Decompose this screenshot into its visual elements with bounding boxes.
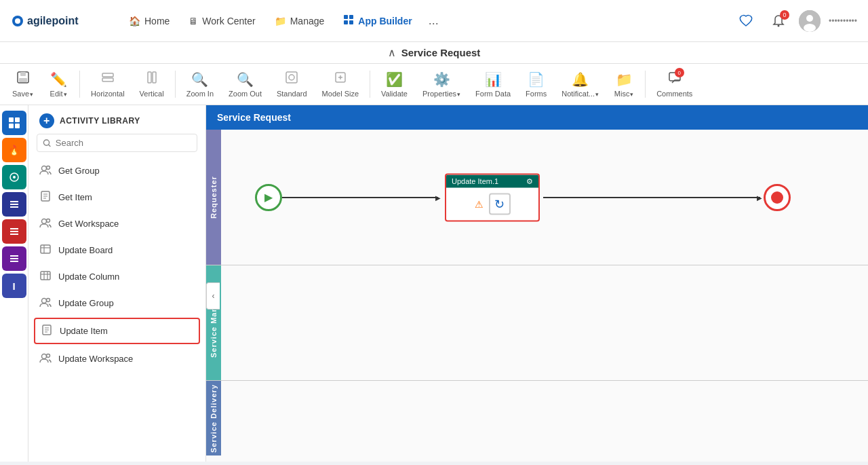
start-node[interactable]: ▶ bbox=[255, 184, 282, 211]
activity-panel: + ACTIVITY LIBRARY Get Group bbox=[28, 105, 206, 462]
activity-item-get-workspace[interactable]: Get Workspace bbox=[28, 210, 205, 237]
activity-node-update-item[interactable]: Update Item.1 ⚙ ⚠ ↻ bbox=[445, 173, 540, 221]
apps-icon-btn[interactable] bbox=[734, 9, 758, 33]
node-gear-icon[interactable]: ⚙ bbox=[526, 176, 533, 185]
collapse-handle[interactable]: ‹ bbox=[206, 282, 220, 310]
svg-rect-33 bbox=[10, 234, 18, 235]
sidebar-icon-grid[interactable] bbox=[2, 111, 26, 135]
sidebar-icon-list1[interactable] bbox=[2, 192, 26, 217]
nav-home[interactable]: 🏠 Home bbox=[121, 10, 178, 32]
svg-rect-4 bbox=[349, 15, 353, 19]
zoom-in-label: Zoom In bbox=[186, 90, 214, 98]
activity-item-update-board[interactable]: Update Board bbox=[28, 237, 205, 263]
svg-point-42 bbox=[47, 219, 50, 223]
nav-more[interactable]: ... bbox=[423, 8, 444, 33]
flow-line-end bbox=[543, 197, 760, 198]
svg-rect-29 bbox=[10, 204, 18, 205]
model-size-button[interactable]: Model Size bbox=[315, 67, 366, 102]
nav-manage[interactable]: 📁 Manage bbox=[267, 10, 333, 32]
activity-node-body: ⚠ ↻ bbox=[446, 187, 538, 220]
save-button[interactable]: Save▾ bbox=[5, 67, 40, 102]
svg-rect-15 bbox=[102, 78, 113, 81]
svg-text:agilepoint: agilepoint bbox=[27, 15, 79, 26]
sidebar-icon-i[interactable]: I bbox=[2, 274, 26, 298]
activity-item-update-workspace[interactable]: Update Workspace bbox=[28, 346, 205, 372]
svg-rect-36 bbox=[10, 261, 18, 262]
model-size-icon bbox=[334, 71, 347, 88]
notification-badge: 0 bbox=[780, 10, 789, 20]
misc-button[interactable]: 📁 Misc▾ bbox=[607, 67, 641, 102]
toolbar: Save▾ ✏️ Edit▾ Horizontal Vertical 🔍 Zoo… bbox=[0, 64, 868, 105]
activity-node-header: Update Item.1 ⚙ bbox=[446, 174, 538, 187]
swimlane-requester-label: Requester bbox=[206, 130, 221, 265]
nav-home-label: Home bbox=[144, 16, 170, 26]
sidebar-icon-flame[interactable]: 🔥 bbox=[2, 138, 26, 162]
svg-rect-44 bbox=[41, 272, 50, 280]
svg-rect-23 bbox=[15, 117, 20, 122]
properties-button[interactable]: ⚙️ Properties▾ bbox=[416, 67, 467, 102]
nav-workcenter[interactable]: 🖥 Work Center bbox=[180, 10, 263, 32]
swimlane-service-delivery: Service Delivery bbox=[206, 381, 868, 455]
nav-right: 0 •••••••••• bbox=[734, 9, 857, 33]
zoom-in-icon: 🔍 bbox=[191, 71, 208, 88]
form-data-button[interactable]: 📊 Form Data bbox=[469, 67, 517, 102]
zoom-out-icon: 🔍 bbox=[237, 71, 254, 88]
svg-point-45 bbox=[42, 299, 47, 303]
folder-icon: 📁 bbox=[275, 16, 286, 26]
horizontal-button[interactable]: Horizontal bbox=[84, 67, 132, 102]
activity-item-label: Get Group bbox=[58, 166, 100, 176]
swimlane-service-manager: Service Manager bbox=[206, 265, 868, 381]
activity-library-title: ACTIVITY LIBRARY bbox=[60, 116, 140, 126]
comments-label: Comments bbox=[656, 90, 692, 98]
edit-button[interactable]: ✏️ Edit▾ bbox=[41, 67, 75, 102]
swimlane-service-manager-content[interactable] bbox=[221, 265, 868, 380]
activity-item-get-item[interactable]: Get Item bbox=[28, 184, 205, 210]
search-box bbox=[37, 134, 197, 152]
nav-appbuilder[interactable]: App Builder bbox=[335, 9, 420, 33]
notifications-btn[interactable]: 0 bbox=[766, 9, 791, 33]
zoom-out-button[interactable]: 🔍 Zoom Out bbox=[222, 67, 269, 102]
svg-rect-25 bbox=[15, 124, 20, 128]
node-refresh-icon: ↻ bbox=[494, 196, 505, 211]
nav-manage-label: Manage bbox=[290, 16, 325, 26]
activity-item-update-item[interactable]: Update Item bbox=[34, 318, 200, 344]
standard-button[interactable]: Standard bbox=[270, 67, 314, 102]
search-input[interactable] bbox=[56, 138, 191, 148]
model-size-label: Model Size bbox=[322, 90, 359, 98]
notifications-toolbar-button[interactable]: 🔔 Notificat...▾ bbox=[555, 67, 606, 102]
swimlane-service-delivery-label: Service Delivery bbox=[206, 381, 221, 455]
edit-icon: ✏️ bbox=[50, 71, 67, 88]
activity-item-update-column[interactable]: Update Column bbox=[28, 263, 205, 290]
sidebar-icon-teal[interactable] bbox=[2, 165, 26, 189]
canvas-header: Service Request bbox=[206, 105, 868, 130]
chevron-up-icon[interactable]: ∧ bbox=[388, 46, 396, 59]
svg-rect-30 bbox=[10, 206, 18, 208]
validate-button[interactable]: ✅ Validate bbox=[374, 67, 414, 102]
start-play-icon: ▶ bbox=[264, 191, 273, 204]
vertical-label: Vertical bbox=[140, 90, 164, 98]
forms-button[interactable]: 📄 Forms bbox=[519, 67, 553, 102]
nav-items: 🏠 Home 🖥 Work Center 📁 Manage App Builde… bbox=[121, 8, 728, 33]
svg-rect-17 bbox=[153, 72, 156, 83]
activity-item-update-group[interactable]: Update Group bbox=[28, 290, 205, 316]
sidebar-icon-list3[interactable] bbox=[2, 246, 26, 271]
end-node[interactable] bbox=[764, 184, 791, 211]
sidebar-icon-list2[interactable] bbox=[2, 219, 26, 244]
svg-rect-16 bbox=[148, 72, 151, 83]
form-data-icon: 📊 bbox=[485, 71, 502, 88]
comments-button[interactable]: 0 Comments bbox=[650, 67, 699, 102]
avatar[interactable] bbox=[799, 10, 821, 32]
swimlane-requester-content[interactable]: ▶ ▶ Update Item.1 ⚙ bbox=[221, 130, 868, 265]
add-activity-button[interactable]: + bbox=[39, 113, 54, 128]
get-item-icon bbox=[39, 190, 52, 204]
activity-item-label: Update Item bbox=[60, 326, 108, 336]
vertical-button[interactable]: Vertical bbox=[133, 67, 171, 102]
activity-item-label: Update Group bbox=[58, 298, 114, 308]
activity-item-get-group[interactable]: Get Group bbox=[28, 157, 205, 184]
flow-arrow-2: ▶ bbox=[757, 194, 762, 202]
swimlane-service-delivery-content[interactable] bbox=[221, 381, 868, 455]
svg-rect-13 bbox=[19, 78, 27, 82]
canvas-body[interactable]: ‹ Requester ▶ ▶ bbox=[206, 130, 868, 462]
svg-rect-12 bbox=[20, 72, 26, 76]
zoom-in-button[interactable]: 🔍 Zoom In bbox=[180, 67, 220, 102]
